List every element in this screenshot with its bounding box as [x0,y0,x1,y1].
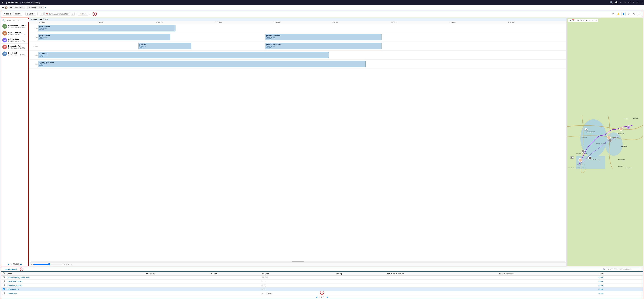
map-date: 10/23/2023 [575,19,585,21]
select-all-checkbox[interactable] [3,272,4,274]
resource-item[interactable]: BF Bernadette Foley 6h 49m booked ⊙ 15% [1,44,28,50]
chat-icon[interactable]: 💬 [615,1,618,4]
block-title: Install HVAC sytem [39,61,365,63]
bottom-footer: ◀ 1 - 6 of 6 ▶ [1,295,643,299]
row-label: 19m [30,54,38,56]
notification-icon[interactable]: 🔔 [616,12,620,16]
zoom-out-icon[interactable]: − [31,263,32,266]
list-view-icon[interactable]: ≡ [611,12,615,16]
refresh-icon[interactable]: ↺ [636,1,638,4]
bottom-page-label: 1 - 6 of 6 [318,296,325,298]
table-row[interactable]: Express delivery spare parts 30 mins Act… [1,276,643,280]
refresh-view-icon[interactable]: ↺ [627,12,631,16]
gantt-block[interactable]: Install HVAC sytem Requirement 7h 16m [38,61,366,67]
hamburger-icon[interactable]: ☰ [2,6,4,9]
resource-info: Bernadette Foley 6h 49m booked ⊙ 15% [8,45,27,49]
row-checkbox[interactable] [3,276,4,278]
req-time-to [498,288,597,292]
gantt-block[interactable]: Fix antenna Requirement 6h 49m [38,52,329,58]
map-zoom-out[interactable]: ⊖ [592,19,594,21]
hourly-button[interactable]: Hourly ▾ [13,12,22,16]
gantt-button[interactable]: ⊞ Gantt ▾ [26,12,36,16]
zoom-slider[interactable] [33,263,62,266]
grid-icon[interactable]: ⊞ [2,1,3,4]
map-zoom-in[interactable]: ⊕ [588,19,591,21]
svg-text:99: 99 [571,157,572,158]
req-status[interactable]: Active [597,284,643,288]
unscheduled-tab[interactable]: Unscheduled [3,267,19,272]
req-to-date [209,276,260,280]
block-time: 6h 49m [39,56,328,57]
gantt-row: 19m Move furniture Requirement 4h 15m Re… [30,33,566,42]
req-status[interactable]: Active [597,280,643,284]
prev-page-btn[interactable]: ◀ [8,263,9,265]
more-icon[interactable]: ••• [637,12,641,16]
next-page-btn[interactable]: ▶ [20,263,22,265]
filter-nav-icon[interactable]: ▼ [624,1,626,4]
map-locate-icon[interactable]: ⊙ [594,19,597,21]
add-view-btn[interactable]: + [45,6,46,9]
resource-item[interactable]: AM Abraham McCormick 4h 22m booked ⊙ 10% [1,23,28,30]
req-status[interactable]: Active [597,292,643,295]
person-icon[interactable]: 👤 [622,12,626,16]
col-name: Name [6,272,145,276]
edit-icon[interactable]: ✎ [632,12,636,16]
requirement-search-input[interactable] [606,268,638,271]
gantt-block[interactable]: Express Requirem 3h 01m [138,43,191,49]
date-range[interactable]: 📅 10/19/2023 - 10/25/2023 [44,12,70,16]
resource-item[interactable]: BK Bob Kozak 7h 16m booked ⊙ 16% [1,50,28,57]
req-status[interactable]: Active [597,288,643,292]
gantt-block[interactable]: Move furniture Requirement 4h 15m [38,34,170,40]
resource-item[interactable]: AD Allison Dickson 7h 30m booked ⊙ 17% [1,30,28,37]
refresh-bottom-icon[interactable]: ↺ [640,268,641,270]
block-time: 4h 27m [266,47,381,48]
resource-item[interactable]: AC Ashley Chinn 7h 28m booked ⊙ 17% [1,37,28,44]
svg-text:WINDERMERE: WINDERMERE [586,131,595,133]
view2-pill[interactable]: Washington state [28,6,44,9]
search-input[interactable] [6,19,30,22]
gantt-block[interactable]: Replace refrigerator Requirement 4h 27m [265,43,382,49]
gantt-block[interactable]: Move furniture Requirement 4h 22m [38,25,176,32]
search-nav-icon[interactable]: 🔍 [610,1,613,4]
req-name[interactable]: Fix antenna [6,292,145,295]
row-checkbox[interactable] [3,284,4,286]
view-separator: | [26,6,26,9]
map-prev-btn[interactable]: ◀ [569,19,572,21]
req-name[interactable]: Move furniture [6,288,145,292]
block-time: 4h 22m [39,29,174,30]
add-nav-icon[interactable]: ＋ [620,1,622,4]
gantt-block[interactable]: Regrease bearings Requirement 3h 15m [265,34,382,40]
prev-date-button[interactable]: ◀ [40,12,44,16]
svg-text:520: 520 [585,129,587,130]
more-options-icon[interactable]: ••• [89,13,91,15]
svg-text:1 miles | 1 km: 1 miles | 1 km [626,167,631,168]
svg-point-26 [609,139,612,142]
svg-text:MT. BAKER: MT. BAKER [578,164,584,166]
table-row[interactable]: Regrease bearings 3 hrs Active [1,284,643,288]
next-bottom-btn[interactable]: ▶ [327,296,328,298]
req-name[interactable]: Install HVAC sytem [6,280,145,284]
req-priority [334,292,385,295]
view1-pill[interactable]: Initial public view [9,6,25,9]
home-icon[interactable]: 🏠 [5,6,8,9]
table-row[interactable]: Install HVAC sytem 7 hrs Active [1,280,643,284]
row-checkbox[interactable] [3,280,4,282]
req-name[interactable]: Express delivery spare parts [6,276,145,280]
svg-point-25 [588,156,591,160]
map-next-btn[interactable]: ▶ [586,19,588,21]
prev-bottom-btn[interactable]: ◀ [316,296,317,298]
fullscreen-icon[interactable]: ⛶ [640,1,642,4]
book-button[interactable]: 📋 Book [78,12,88,16]
table-header: Name From Date To Date Duration Priority… [1,272,643,276]
calendar-icon: 📅 [46,13,48,15]
expand-icon[interactable]: ⌄ [71,263,73,266]
filters-button[interactable]: ▼ Filters [3,12,12,16]
help-icon[interactable]: ？ [632,1,634,4]
row-checkbox[interactable] [3,288,4,290]
settings-icon[interactable]: ⚙ [628,1,630,4]
next-date-button[interactable]: ▶ [71,12,74,16]
zoom-in-icon[interactable]: + [64,263,65,266]
req-name[interactable]: Regrease bearings [6,284,145,288]
row-checkbox[interactable] [3,292,4,294]
req-status[interactable]: Active [597,276,643,280]
